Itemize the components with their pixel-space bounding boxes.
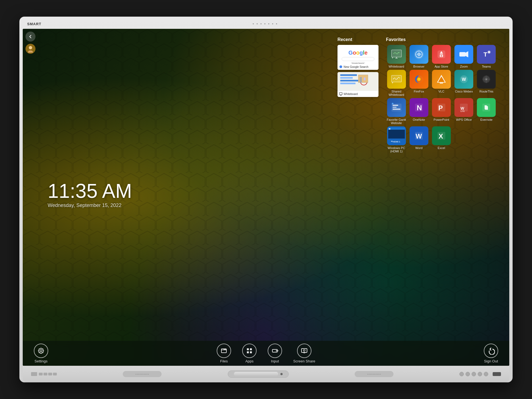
- fav-appstore[interactable]: $ App Store: [431, 45, 452, 68]
- left-sidebar: [25, 32, 35, 54]
- sd-r7: [376, 374, 377, 375]
- fav-shared-wb[interactable]: + Shared Whiteboard: [386, 70, 407, 96]
- bezel-circle-5[interactable]: [484, 372, 488, 376]
- dot-4: [264, 23, 265, 24]
- fav-gantt[interactable]: Favorite Gantt Website: [386, 98, 407, 125]
- wps-svg: W LITE: [458, 101, 470, 114]
- fav-whiteboard[interactable]: + Whiteboard: [386, 45, 407, 68]
- recent-item-google[interactable]: Google Google Search New Google Search: [337, 45, 378, 70]
- svg-rect-37: [440, 83, 443, 84]
- sd-2: [137, 374, 138, 375]
- wps-label: WPS Office: [456, 118, 472, 121]
- winpc-icon: HDMI 1: [387, 126, 406, 145]
- bezel-power-btn[interactable]: [493, 372, 501, 376]
- svg-rect-76: [301, 349, 307, 352]
- apps-label: Apps: [245, 359, 254, 363]
- bezel-circle-4[interactable]: [478, 372, 482, 376]
- bezel-btn-1[interactable]: [31, 372, 37, 376]
- svg-text:N: N: [417, 104, 422, 112]
- fav-firefox[interactable]: FireFox: [408, 70, 429, 96]
- bezel-btn-sm-4[interactable]: [53, 373, 57, 375]
- vlc-label: VLC: [438, 90, 444, 93]
- taskbar-apps[interactable]: Apps: [242, 344, 257, 363]
- recent-item-whiteboard[interactable]: Whiteboard: [337, 72, 378, 97]
- signout-label: Sign Out: [484, 359, 498, 363]
- taskbar-center: Files Apps: [217, 344, 315, 363]
- taskbar-screenshare[interactable]: Screen Share: [293, 344, 315, 363]
- taskbar-input[interactable]: Input: [268, 344, 282, 363]
- bezel-btn-sm-1[interactable]: [39, 373, 43, 375]
- taskbar-settings[interactable]: Settings: [34, 344, 48, 363]
- zoom-label: Zoom: [460, 65, 468, 68]
- fav-winpc[interactable]: HDMI 1 Windows PC (HDMI 1): [386, 126, 407, 153]
- bezel-circle-2[interactable]: [466, 372, 470, 376]
- shared-wb-icon: +: [387, 70, 406, 89]
- vlc-icon: [432, 70, 451, 89]
- sd-9: [147, 374, 147, 375]
- winpc-svg: HDMI 1: [387, 126, 406, 145]
- fav-onenote[interactable]: N OneNote: [408, 98, 429, 125]
- recent-title: Recent: [337, 37, 382, 42]
- zoom-svg: [458, 48, 470, 60]
- smart-logo: SMART: [27, 22, 41, 26]
- svg-text:T: T: [484, 51, 487, 58]
- sd-r4: [372, 374, 372, 375]
- svg-point-1: [28, 50, 33, 53]
- bezel-circle-1[interactable]: [459, 372, 464, 376]
- webex-icon: W: [454, 70, 473, 89]
- user-avatar[interactable]: [25, 44, 35, 54]
- fav-browser[interactable]: Browser: [408, 45, 429, 68]
- fav-routethis[interactable]: RouteThis: [476, 70, 497, 96]
- svg-rect-5: [340, 77, 353, 79]
- browser-svg: [413, 48, 425, 60]
- vlc-svg: [435, 73, 447, 85]
- fav-webex[interactable]: W Cisco Webex: [454, 70, 474, 96]
- appstore-icon: $: [432, 45, 451, 64]
- dot-2: [257, 23, 258, 24]
- taskbar-signout[interactable]: Sign Out: [484, 344, 498, 363]
- settings-icon: [37, 347, 45, 355]
- fav-vlc[interactable]: VLC: [431, 70, 452, 96]
- sd-4: [140, 374, 140, 375]
- webex-svg: W: [458, 73, 470, 85]
- google-searchbar: [342, 57, 375, 61]
- zoom-icon: [454, 45, 473, 64]
- bezel-circle-3[interactable]: [472, 372, 476, 376]
- svg-rect-61: [389, 128, 390, 130]
- screenshare-icon-circle: [297, 344, 311, 358]
- clock-date: Wednesday, September 15, 2022: [48, 203, 132, 208]
- fav-powerpoint[interactable]: P PowerPoint: [431, 98, 452, 125]
- taskbar-files[interactable]: Files: [217, 344, 231, 363]
- svg-rect-45: [393, 105, 398, 106]
- fav-teams[interactable]: T Teams: [476, 45, 497, 68]
- fav-wps[interactable]: W LITE WPS Office: [454, 98, 474, 125]
- appstore-label: App Store: [435, 65, 448, 68]
- svg-rect-14: [392, 50, 401, 57]
- sd-r5: [373, 374, 374, 375]
- word-svg: W: [413, 130, 425, 142]
- back-button[interactable]: [25, 32, 35, 42]
- fav-evernote[interactable]: Evernote: [476, 98, 497, 125]
- sd-r1: [367, 374, 368, 375]
- fav-zoom[interactable]: Zoom: [454, 45, 474, 68]
- sd-r2: [369, 374, 370, 375]
- sd-r10: [380, 374, 381, 375]
- bezel-btn-sm-2[interactable]: [44, 373, 47, 375]
- svg-text:HDMI 1: HDMI 1: [393, 140, 400, 143]
- svg-rect-10: [360, 77, 362, 83]
- svg-text:$: $: [441, 55, 442, 57]
- svg-text:W: W: [462, 77, 466, 82]
- fav-word[interactable]: W Word: [408, 126, 429, 153]
- svg-point-48: [392, 103, 393, 104]
- clock-area: 11:35 AM Wednesday, September 15, 2022: [48, 181, 132, 208]
- word-icon: W: [410, 126, 428, 145]
- svg-marker-27: [466, 51, 468, 57]
- svg-rect-74: [250, 351, 252, 353]
- camera-dots: [253, 23, 277, 24]
- bezel-btn-sm-3[interactable]: [48, 373, 52, 375]
- monitor-bottom-bezel: [23, 366, 509, 382]
- routethis-label: RouteThis: [479, 90, 493, 93]
- back-icon: [28, 34, 33, 39]
- fav-excel[interactable]: X Excel: [431, 126, 452, 153]
- firefox-svg: [413, 73, 425, 85]
